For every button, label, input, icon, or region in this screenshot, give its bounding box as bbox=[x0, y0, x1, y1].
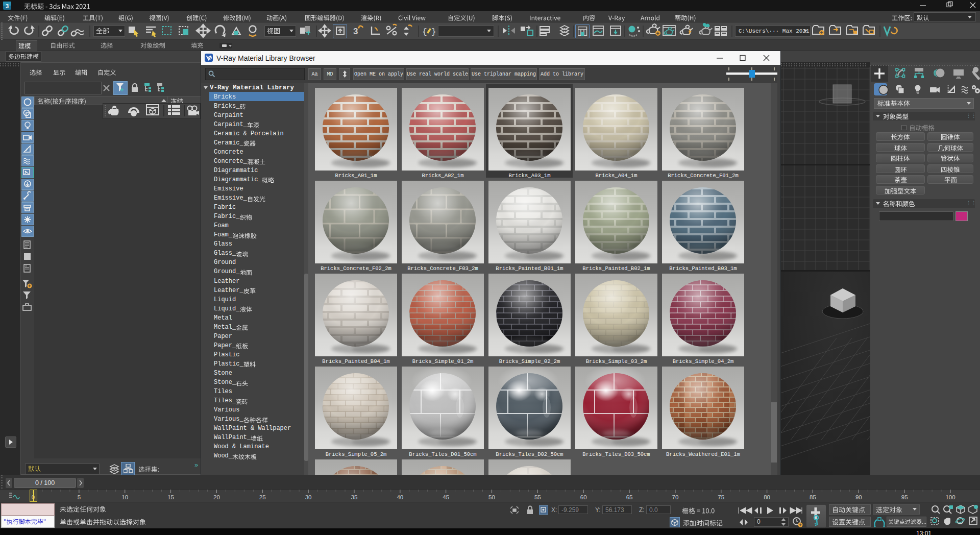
svg-text:3: 3 bbox=[6, 3, 9, 9]
